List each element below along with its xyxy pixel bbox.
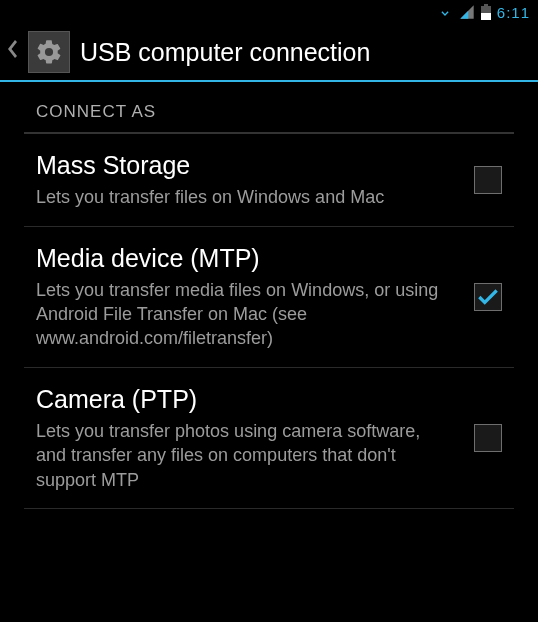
option-text: Media device (MTP) Lets you transfer med… — [36, 243, 474, 351]
option-checkbox[interactable] — [474, 166, 502, 194]
settings-app-icon[interactable] — [28, 31, 70, 73]
signal-icon — [459, 4, 475, 20]
option-title: Camera (PTP) — [36, 384, 454, 415]
option-title: Mass Storage — [36, 150, 454, 181]
action-bar: USB computer connection — [0, 24, 538, 82]
battery-icon — [481, 4, 491, 20]
back-icon[interactable] — [6, 38, 18, 66]
status-time: 6:11 — [497, 4, 530, 21]
connection-option[interactable]: Camera (PTP) Lets you transfer photos us… — [0, 368, 538, 508]
options-list: Mass Storage Lets you transfer files on … — [0, 134, 538, 509]
connection-option[interactable]: Media device (MTP) Lets you transfer med… — [0, 227, 538, 367]
option-subtitle: Lets you transfer media files on Windows… — [36, 278, 454, 351]
connection-option[interactable]: Mass Storage Lets you transfer files on … — [0, 134, 538, 226]
option-checkbox[interactable] — [474, 283, 502, 311]
download-icon — [437, 4, 453, 20]
option-checkbox[interactable] — [474, 424, 502, 452]
option-title: Media device (MTP) — [36, 243, 454, 274]
svg-rect-2 — [481, 13, 491, 20]
svg-rect-1 — [484, 4, 488, 6]
option-subtitle: Lets you transfer photos using camera so… — [36, 419, 454, 492]
divider — [24, 508, 514, 509]
page-title: USB computer connection — [80, 38, 370, 67]
option-text: Camera (PTP) Lets you transfer photos us… — [36, 384, 474, 492]
option-subtitle: Lets you transfer files on Windows and M… — [36, 185, 454, 209]
section-header: CONNECT AS — [0, 82, 538, 132]
option-text: Mass Storage Lets you transfer files on … — [36, 150, 474, 210]
status-bar: 6:11 — [0, 0, 538, 24]
